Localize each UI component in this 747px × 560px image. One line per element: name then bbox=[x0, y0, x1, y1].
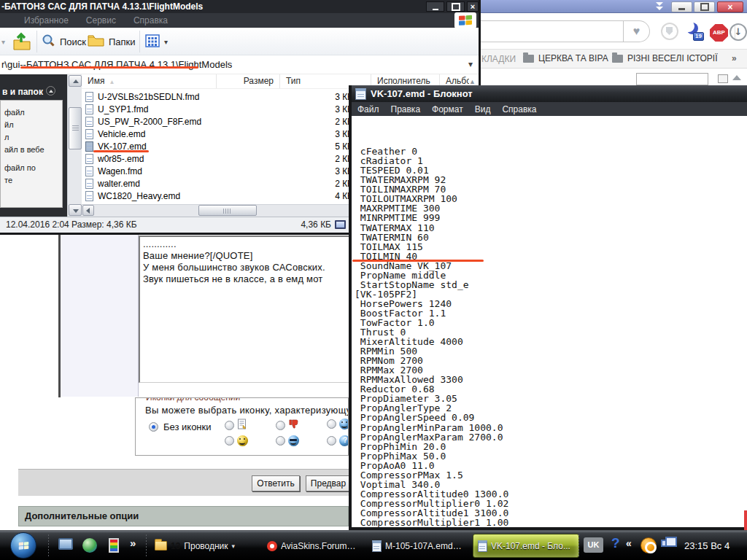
views-grid-icon bbox=[145, 34, 160, 50]
up-folder-button[interactable] bbox=[12, 28, 31, 55]
adblock-icon[interactable]: ABP bbox=[710, 24, 728, 42]
taskbar-button-label: AviaSkins.Forums ... bbox=[281, 541, 357, 551]
menu-item[interactable]: Справка bbox=[496, 104, 542, 114]
bookmark-label: ЦЕРКВА ТА ВІРА bbox=[538, 53, 608, 63]
task-link[interactable]: л bbox=[4, 131, 62, 144]
bookmark-folder-item[interactable]: РІЗНІ ВЕСЕЛІ ІСТОРІЇ bbox=[612, 53, 718, 63]
address-bar[interactable]: r\gui--БАТТОНЗ САС ДЛЯ ПАТЧА 4.13.1\Flig… bbox=[0, 55, 479, 74]
no-icon-radio[interactable] bbox=[149, 422, 158, 432]
download-icon[interactable]: ↓ bbox=[729, 23, 747, 41]
text-line: Voptimal 340.0 bbox=[355, 480, 747, 489]
bookmarks-overflow-button[interactable]: » bbox=[732, 53, 737, 63]
preview-button[interactable]: Предвар bbox=[306, 475, 351, 491]
start-button[interactable] bbox=[10, 532, 36, 559]
file-size: 4 КБ bbox=[301, 191, 353, 201]
network-tray-icon[interactable] bbox=[661, 540, 670, 547]
taskbar-button[interactable]: VK-107.emd - Бло... ▾ bbox=[473, 534, 579, 558]
scroll-left-button[interactable] bbox=[82, 205, 94, 216]
taskbar-button[interactable]: M-105-107A.emd ... ▾ bbox=[368, 534, 467, 558]
menu-item[interactable]: Справка bbox=[133, 15, 168, 26]
taskbar-button[interactable]: AviaSkins.Forums ... ▾ bbox=[263, 534, 362, 558]
task-link[interactable]: йл bbox=[4, 119, 62, 131]
collapse-chevron-icon[interactable] bbox=[46, 86, 55, 96]
file-icon bbox=[85, 141, 93, 152]
explorer-toolbar: ▾ Поиск Папки ▾ bbox=[0, 28, 479, 55]
desktop: × ♥ 19 ABP ↓ КЛАДКИ ЦЕРКВА ТА ВІРА bbox=[0, 0, 747, 560]
task-link[interactable]: айл в вебе bbox=[4, 144, 62, 156]
bookmark-heart-icon[interactable]: ♥ bbox=[624, 20, 650, 42]
icon-radio[interactable] bbox=[276, 436, 285, 446]
language-indicator[interactable]: UK bbox=[584, 537, 603, 553]
file-icon bbox=[85, 104, 93, 114]
menu-item[interactable]: Избранное bbox=[24, 15, 69, 26]
explorer-maximize-button[interactable] bbox=[446, 1, 465, 12]
vertical-scrollbar[interactable] bbox=[67, 74, 82, 217]
taskbar-button[interactable]: 13 Проводник ▾ bbox=[150, 534, 257, 558]
search-button[interactable]: Поиск bbox=[42, 28, 86, 55]
folders-icon bbox=[88, 34, 104, 49]
bookmark-folder-item[interactable]: ЦЕРКВА ТА ВІРА bbox=[523, 53, 608, 63]
reply-button[interactable]: Ответить bbox=[252, 475, 300, 491]
messenger-tray-icon[interactable] bbox=[640, 537, 657, 553]
bookmark-item-cut[interactable]: КЛАДКИ bbox=[481, 54, 516, 64]
page-search-input[interactable] bbox=[636, 73, 708, 85]
scrollbar-thumb[interactable] bbox=[69, 107, 82, 149]
icon-radio[interactable] bbox=[327, 419, 336, 429]
tray-collapse-icon[interactable]: « bbox=[626, 537, 632, 549]
menu-item[interactable]: Формат bbox=[426, 104, 469, 114]
browser-titlebar[interactable]: × bbox=[478, 0, 747, 13]
forum-page: ............Ваше мнение?[/QUOTE]У меня б… bbox=[0, 235, 349, 530]
column-header-name[interactable]: Имя▲ bbox=[82, 74, 217, 88]
menu-item[interactable]: Сервис bbox=[86, 15, 116, 26]
shield-icon[interactable] bbox=[661, 23, 678, 40]
scroll-up-icon[interactable] bbox=[732, 75, 741, 80]
file-name: Vehicle.emd bbox=[98, 129, 145, 139]
browser-toolbar: ♥ 19 ABP ↓ bbox=[478, 13, 747, 50]
taskbar-button-label: M-105-107A.emd ... bbox=[385, 541, 462, 551]
scrollbar-thumb[interactable] bbox=[198, 205, 257, 216]
folders-button[interactable]: Папки bbox=[88, 28, 136, 55]
file-name: U-2VSLBs21bSEDLN.fmd bbox=[98, 92, 199, 102]
menu-item[interactable]: Файл bbox=[352, 104, 385, 114]
address-dropdown-icon[interactable]: ▾ bbox=[468, 55, 473, 74]
message-line: Звук пишеться не в классе, а в емд мот bbox=[143, 273, 349, 285]
explorer-close-button[interactable]: × bbox=[467, 1, 479, 12]
notepad-titlebar[interactable]: VK-107.emd - Блокнот bbox=[352, 85, 747, 102]
chevron-double-down-icon[interactable] bbox=[651, 2, 668, 11]
address-bar-input[interactable] bbox=[478, 20, 624, 42]
task-link[interactable]: файл по bbox=[4, 162, 62, 174]
explorer-minimize-button[interactable] bbox=[426, 1, 444, 12]
additional-options-header[interactable]: Дополнительные опции bbox=[18, 506, 349, 526]
message-textarea[interactable]: ............Ваше мнение?[/QUOTE]У меня б… bbox=[139, 236, 349, 383]
toolbar-separator bbox=[36, 31, 37, 52]
page-small-box[interactable] bbox=[718, 74, 728, 83]
task-link[interactable]: файл bbox=[4, 106, 62, 119]
icon-radio[interactable] bbox=[225, 421, 234, 430]
browser-minimize-button[interactable] bbox=[671, 1, 692, 12]
media-icon[interactable] bbox=[109, 538, 119, 553]
scroll-up-button[interactable] bbox=[69, 75, 82, 87]
explorer-titlebar[interactable]: -БАТТОНЗ САС ДЛЯ ПАТЧА 4.13.1\FlightMode… bbox=[0, 0, 479, 13]
icon-radio[interactable] bbox=[225, 436, 234, 446]
browser-restore-button[interactable] bbox=[694, 1, 715, 12]
task-link[interactable]: те bbox=[4, 174, 62, 187]
icon-radio[interactable] bbox=[327, 436, 336, 446]
globe-icon[interactable] bbox=[82, 538, 97, 553]
help-tray-icon[interactable]: ? bbox=[611, 535, 620, 551]
group-dropdown-icon[interactable]: ▾ bbox=[232, 542, 236, 550]
views-dropdown-icon: ▾ bbox=[164, 38, 168, 46]
show-desktop-icon[interactable] bbox=[58, 538, 73, 550]
menu-item[interactable]: Правка bbox=[385, 104, 427, 114]
menu-item[interactable]: Вид bbox=[469, 104, 497, 114]
icon-radio[interactable] bbox=[276, 421, 285, 430]
file-name: Wagen.fmd bbox=[98, 166, 142, 176]
browser-close-button[interactable]: × bbox=[717, 1, 743, 12]
toolbar-separator bbox=[139, 31, 140, 52]
back-dropdown-icon[interactable]: ▾ bbox=[1, 28, 5, 55]
notepad-content[interactable]: cFeather 0 cRadiator 1 TESPEED 0.01 TWAT… bbox=[352, 116, 747, 527]
views-button[interactable]: ▾ bbox=[145, 28, 168, 55]
calendar-moon-icon[interactable]: 19 bbox=[685, 22, 704, 41]
scroll-down-button[interactable] bbox=[69, 204, 82, 216]
quicklaunch-overflow-icon[interactable]: » bbox=[130, 537, 136, 549]
column-header-size[interactable]: Размер bbox=[217, 74, 280, 88]
